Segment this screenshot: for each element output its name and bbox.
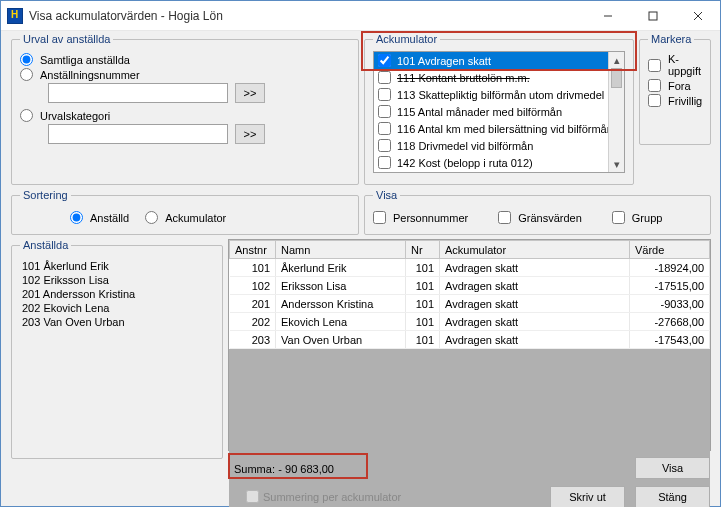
titlebar: Visa ackumulatorvärden - Hogia Lön bbox=[1, 1, 720, 31]
table-row[interactable]: 202Ekovich Lena101Avdragen skatt-27668,0… bbox=[230, 313, 710, 331]
ack-item-check-115[interactable] bbox=[378, 105, 391, 118]
visa-button[interactable]: Visa bbox=[635, 457, 710, 479]
table-row[interactable]: 102Eriksson Lisa101Avdragen skatt-17515,… bbox=[230, 277, 710, 295]
result-grid[interactable]: Anstnr Namn Nr Ackumulator Värde 101Åker… bbox=[228, 239, 711, 451]
ack-item-check-118[interactable] bbox=[378, 139, 391, 152]
check-gransvarden[interactable] bbox=[498, 211, 511, 224]
cell: 102 bbox=[230, 277, 276, 295]
visa-group: Visa Personnummer Gränsvärden Grupp bbox=[364, 189, 711, 235]
ack-item-check-111[interactable] bbox=[378, 71, 391, 84]
ack-item-check-101[interactable] bbox=[378, 54, 391, 67]
scroll-down-button[interactable]: ▾ bbox=[609, 156, 624, 172]
svg-rect-1 bbox=[649, 12, 657, 20]
check-grupp-label: Grupp bbox=[632, 212, 663, 224]
radio-sort-anstalld[interactable] bbox=[70, 211, 83, 224]
check-fora[interactable] bbox=[648, 79, 661, 92]
col-namn[interactable]: Namn bbox=[276, 241, 406, 259]
stang-button[interactable]: Stäng bbox=[635, 486, 710, 507]
radio-samtliga-label: Samtliga anställda bbox=[40, 54, 130, 66]
urvkat-input[interactable] bbox=[48, 124, 228, 144]
radio-sort-anstalld-label: Anställd bbox=[90, 212, 129, 224]
cell: Andersson Kristina bbox=[276, 295, 406, 313]
employee-item[interactable]: 203 Van Oven Urban bbox=[20, 315, 214, 329]
urval-group: Urval av anställda Samtliga anställda An… bbox=[11, 33, 359, 185]
cell: Avdragen skatt bbox=[440, 277, 630, 295]
scroll-up-button[interactable]: ▴ bbox=[609, 52, 624, 68]
check-grupp[interactable] bbox=[612, 211, 625, 224]
check-frivillig[interactable] bbox=[648, 94, 661, 107]
check-frivillig-label: Frivillig bbox=[668, 95, 702, 107]
cell: 101 bbox=[406, 331, 440, 349]
ack-item-116[interactable]: 116 Antal km med bilersättning vid bilfö… bbox=[374, 120, 608, 137]
urval-legend: Urval av anställda bbox=[20, 33, 113, 45]
anstallda-legend: Anställda bbox=[20, 239, 71, 251]
ack-item-115[interactable]: 115 Antal månader med bilförmån bbox=[374, 103, 608, 120]
table-row[interactable]: 201Andersson Kristina101Avdragen skatt-9… bbox=[230, 295, 710, 313]
employee-item[interactable]: 101 Åkerlund Erik bbox=[20, 259, 214, 273]
ack-item-label: 115 Antal månader med bilförmån bbox=[397, 106, 562, 118]
visa-legend: Visa bbox=[373, 189, 400, 201]
ackumulator-group: Ackumulator 101 Avdragen skatt111 Kontan… bbox=[364, 33, 634, 185]
ack-item-check-142[interactable] bbox=[378, 156, 391, 169]
summa-label: Summa: bbox=[234, 463, 275, 475]
check-personnummer[interactable] bbox=[373, 211, 386, 224]
cell: Ekovich Lena bbox=[276, 313, 406, 331]
window-title: Visa ackumulatorvärden - Hogia Lön bbox=[29, 9, 585, 23]
markera-group: Markera K-uppgift Fora Frivillig bbox=[639, 33, 711, 145]
radio-sort-ackumulator-label: Ackumulator bbox=[165, 212, 226, 224]
ack-item-check-113[interactable] bbox=[378, 88, 391, 101]
summa-row: Summa: - 90 683,00 bbox=[234, 462, 334, 476]
ack-item-145[interactable]: 145 Parkering (belopp i ruta 012) bbox=[374, 171, 608, 172]
ack-item-label: 113 Skattepliktig bilförmån utom drivmed… bbox=[397, 89, 604, 101]
col-ackumulator[interactable]: Ackumulator bbox=[440, 241, 630, 259]
col-anstnr[interactable]: Anstnr bbox=[230, 241, 276, 259]
employee-item[interactable]: 201 Andersson Kristina bbox=[20, 287, 214, 301]
cell: 101 bbox=[406, 295, 440, 313]
ackumulator-list[interactable]: 101 Avdragen skatt111 Kontant bruttolön … bbox=[373, 51, 625, 173]
urvkat-go-button[interactable]: >> bbox=[235, 124, 265, 144]
close-button[interactable] bbox=[675, 2, 720, 30]
radio-urvkat[interactable] bbox=[20, 109, 33, 122]
check-fora-label: Fora bbox=[668, 80, 691, 92]
radio-anstnr-label: Anställningsnummer bbox=[40, 69, 140, 81]
ack-item-label: 118 Drivmedel vid bilförmån bbox=[397, 140, 533, 152]
scroll-thumb[interactable] bbox=[611, 68, 622, 88]
ackumulator-legend: Ackumulator bbox=[373, 33, 440, 45]
ack-item-142[interactable]: 142 Kost (belopp i ruta 012) bbox=[374, 154, 608, 171]
radio-urvkat-label: Urvalskategori bbox=[40, 110, 110, 122]
check-personnummer-label: Personnummer bbox=[393, 212, 468, 224]
radio-anstnr[interactable] bbox=[20, 68, 33, 81]
cell: -17543,00 bbox=[630, 331, 710, 349]
employee-item[interactable]: 102 Eriksson Lisa bbox=[20, 273, 214, 287]
col-nr[interactable]: Nr bbox=[406, 241, 440, 259]
table-row[interactable]: 203Van Oven Urban101Avdragen skatt-17543… bbox=[230, 331, 710, 349]
ack-item-111[interactable]: 111 Kontant bruttolön m.m. bbox=[374, 69, 608, 86]
anstnr-input[interactable] bbox=[48, 83, 228, 103]
ack-item-118[interactable]: 118 Drivmedel vid bilförmån bbox=[374, 137, 608, 154]
table-row[interactable]: 101Åkerlund Erik101Avdragen skatt-18924,… bbox=[230, 259, 710, 277]
ack-item-label: 101 Avdragen skatt bbox=[397, 55, 491, 67]
maximize-button[interactable] bbox=[630, 2, 675, 30]
ack-item-101[interactable]: 101 Avdragen skatt bbox=[374, 52, 608, 69]
ack-scrollbar[interactable]: ▴ ▾ bbox=[608, 52, 624, 172]
check-summering-label: Summering per ackumulator bbox=[263, 491, 401, 503]
summa-value: - 90 683,00 bbox=[278, 463, 334, 475]
radio-samtliga[interactable] bbox=[20, 53, 33, 66]
cell: Avdragen skatt bbox=[440, 295, 630, 313]
minimize-button[interactable] bbox=[585, 2, 630, 30]
ack-item-113[interactable]: 113 Skattepliktig bilförmån utom drivmed… bbox=[374, 86, 608, 103]
col-varde[interactable]: Värde bbox=[630, 241, 710, 259]
sortering-legend: Sortering bbox=[20, 189, 71, 201]
ack-item-label: 116 Antal km med bilersättning vid bilfö… bbox=[397, 123, 608, 135]
check-kuppgift[interactable] bbox=[648, 59, 661, 72]
anstnr-go-button[interactable]: >> bbox=[235, 83, 265, 103]
ack-item-check-116[interactable] bbox=[378, 122, 391, 135]
skriv-ut-button[interactable]: Skriv ut bbox=[550, 486, 625, 507]
cell: 203 bbox=[230, 331, 276, 349]
cell: 101 bbox=[406, 313, 440, 331]
cell: Avdragen skatt bbox=[440, 331, 630, 349]
employee-list[interactable]: 101 Åkerlund Erik102 Eriksson Lisa201 An… bbox=[20, 257, 214, 331]
cell: -27668,00 bbox=[630, 313, 710, 331]
radio-sort-ackumulator[interactable] bbox=[145, 211, 158, 224]
employee-item[interactable]: 202 Ekovich Lena bbox=[20, 301, 214, 315]
